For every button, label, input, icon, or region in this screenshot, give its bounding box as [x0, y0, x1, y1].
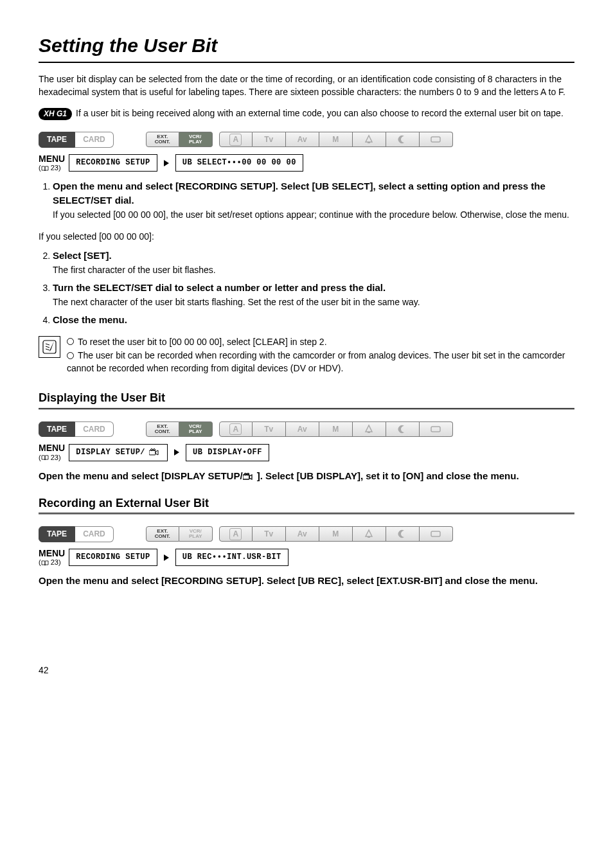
conditional-text: If you selected [00 00 00 00]: — [39, 231, 574, 244]
mode-night-icon — [386, 132, 420, 147]
menu-box-display-setup: DISPLAY SETUP/ — [69, 444, 168, 461]
mode-easy-icon — [420, 132, 453, 147]
mode-vcr-play-dim: VCR/PLAY — [179, 526, 213, 542]
tab-tape: TAPE — [39, 526, 75, 542]
page-number: 42 — [39, 665, 49, 675]
mode-spotlight-icon — [353, 526, 386, 542]
mode-easy-icon — [420, 526, 453, 542]
exposure-mode-group: A Tv Av M — [219, 132, 453, 147]
final-instruction-external: Open the menu and select [RECORDING SETU… — [39, 574, 574, 587]
mode-vcr-play: VCR/PLAY — [179, 421, 213, 437]
step-1-body: If you selected [00 00 00 00], the user … — [53, 209, 574, 222]
procedure-list-a: Open the menu and select [RECORDING SETU… — [39, 179, 574, 222]
notes-block: To reset the user bit to [00 00 00 00], … — [39, 336, 574, 376]
mode-spotlight-icon — [353, 132, 386, 147]
menu-label: MENU — [39, 443, 65, 453]
menu-box-ub-select: UB SELECT•••00 00 00 00 — [175, 154, 303, 172]
step-2-title: Select [SET]. — [53, 250, 112, 261]
step-1: Open the menu and select [RECORDING SETU… — [53, 179, 574, 222]
note-2: The user bit can be recorded when record… — [67, 350, 574, 375]
note-icon — [39, 336, 60, 358]
intro-paragraph: The user bit display can be selected fro… — [39, 73, 574, 98]
step-4-title: Close the menu. — [53, 314, 127, 325]
menu-box-ub-display: UB DISPLAY•OFF — [186, 444, 269, 461]
svg-point-6 — [151, 449, 153, 451]
mode-ext-cont: EXT.CONT. — [146, 421, 179, 437]
mode-m: M — [319, 421, 353, 437]
svg-point-9 — [244, 473, 246, 475]
tab-card: CARD — [75, 421, 114, 438]
menu-path-row-3: MENU ( 23) RECORDING SETUP UB REC•••INT.… — [39, 549, 574, 566]
step-2: Select [SET]. The first character of the… — [53, 249, 574, 277]
mode-av: Av — [286, 526, 319, 542]
arrow-right-icon — [174, 449, 179, 456]
menu-label: MENU — [39, 154, 65, 164]
left-mode-group: EXT.CONT. VCR/PLAY — [146, 132, 213, 147]
media-tabs: TAPE CARD — [39, 132, 114, 148]
mode-ext-cont: EXT.CONT. — [146, 526, 179, 542]
xhg1-badge: XH G1 — [39, 108, 72, 120]
mode-m: M — [319, 132, 353, 147]
menu-page-ref: ( 23) — [39, 164, 65, 172]
svg-rect-12 — [431, 531, 440, 536]
menu-label: MENU — [39, 549, 65, 558]
tab-tape: TAPE — [39, 132, 75, 148]
mode-easy-icon — [420, 421, 453, 437]
mode-av: Av — [286, 421, 319, 437]
mode-auto: A — [219, 132, 253, 147]
menu-label-block: MENU ( 23) — [39, 154, 65, 172]
procedure-list-b: Select [SET]. The first character of the… — [39, 249, 574, 327]
mode-av: Av — [286, 132, 319, 147]
mode-tv: Tv — [253, 526, 286, 542]
step-3: Turn the SELECT/SET dial to select a num… — [53, 281, 574, 309]
svg-rect-5 — [149, 450, 155, 455]
display-setup-icon — [149, 448, 161, 456]
svg-rect-1 — [431, 137, 440, 142]
svg-point-10 — [247, 473, 249, 475]
book-icon — [41, 455, 49, 461]
menu-page-ref: ( 23) — [39, 558, 65, 566]
notes-list: To reset the user bit to [00 00 00 00], … — [67, 336, 574, 376]
book-icon — [41, 166, 49, 172]
menu-box-ub-rec: UB REC•••INT.USR-BIT — [175, 549, 289, 566]
final-instruction-displaying: Open the menu and select [DISPLAY SETUP/… — [39, 469, 574, 483]
mode-night-icon — [386, 526, 420, 542]
page-title: Setting the User Bit — [39, 32, 574, 63]
menu-page-ref: ( 23) — [39, 454, 65, 461]
mode-bar-external: TAPE CARD EXT.CONT. VCR/PLAY A Tv Av M — [39, 526, 574, 542]
svg-rect-0 — [368, 142, 370, 143]
tab-card: CARD — [75, 132, 114, 148]
mode-bar-recording: TAPE CARD EXT.CONT. VCR/PLAY A Tv Av M — [39, 132, 574, 148]
display-setup-icon-inline — [243, 473, 254, 481]
step-4: Close the menu. — [53, 313, 574, 327]
mode-night-icon — [386, 421, 420, 437]
menu-box-recording-setup: RECORDING SETUP — [69, 154, 157, 172]
mode-auto: A — [219, 526, 253, 542]
subheading-displaying: Displaying the User Bit — [39, 390, 574, 409]
svg-rect-11 — [368, 536, 370, 538]
svg-rect-3 — [368, 432, 370, 433]
mode-tv: Tv — [253, 421, 286, 437]
mode-ext-cont: EXT.CONT. — [146, 132, 179, 147]
xhg1-text: If a user bit is being received along wi… — [76, 107, 564, 120]
step-1-title: Open the menu and select [RECORDING SETU… — [53, 181, 546, 206]
mode-m: M — [319, 526, 353, 542]
step-2-body: The first character of the user bit flas… — [53, 264, 574, 277]
tab-tape: TAPE — [39, 421, 75, 438]
mode-bar-displaying: TAPE CARD EXT.CONT. VCR/PLAY A Tv Av M — [39, 421, 574, 438]
svg-point-7 — [154, 449, 155, 451]
arrow-right-icon — [164, 554, 169, 561]
subheading-external: Recording an External User Bit — [39, 495, 574, 515]
arrow-right-icon — [164, 160, 169, 166]
step-3-body: The next character of the user bit start… — [53, 296, 574, 309]
menu-box-recording-setup-2: RECORDING SETUP — [69, 549, 157, 566]
xhg1-paragraph: XH G1 If a user bit is being received al… — [39, 107, 574, 120]
mode-auto: A — [219, 421, 253, 437]
menu-path-row-1: MENU ( 23) RECORDING SETUP UB SELECT•••0… — [39, 154, 574, 172]
svg-rect-4 — [431, 427, 440, 432]
mode-spotlight-icon — [353, 421, 386, 437]
mode-tv: Tv — [253, 132, 286, 147]
tab-card: CARD — [75, 526, 114, 542]
step-3-title: Turn the SELECT/SET dial to select a num… — [53, 282, 386, 293]
menu-path-row-2: MENU ( 23) DISPLAY SETUP/ UB DISPLAY•OFF — [39, 443, 574, 461]
